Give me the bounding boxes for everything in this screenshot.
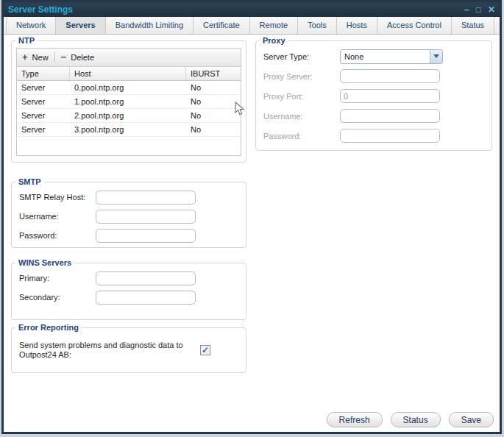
error-reporting-checkbox[interactable]: ✓ bbox=[200, 345, 210, 355]
wins-legend: WINS Servers bbox=[15, 258, 74, 267]
smtp-username-field[interactable] bbox=[96, 210, 196, 224]
tab-management[interactable]: Management bbox=[494, 17, 504, 34]
table-row[interactable]: Server 2.pool.ntp.org No bbox=[17, 109, 241, 123]
smtp-legend: SMTP bbox=[15, 177, 44, 186]
column-header-host[interactable]: Host bbox=[70, 67, 186, 80]
error-reporting-text: Send system problems and diagnostic data… bbox=[19, 341, 190, 360]
wins-section: WINS Servers Primary: Secondary: bbox=[11, 258, 246, 320]
tab-status[interactable]: Status bbox=[452, 17, 494, 34]
footer-buttons: Refresh Status Save bbox=[327, 412, 494, 427]
smtp-relay-host-field[interactable] bbox=[96, 191, 196, 205]
wins-secondary-label: Secondary: bbox=[19, 293, 96, 302]
window-title: Server Settings bbox=[8, 4, 73, 15]
server-type-select[interactable]: None bbox=[340, 49, 443, 64]
proxy-username-label: Username: bbox=[263, 112, 340, 121]
table-row[interactable]: Server 3.pool.ntp.org No bbox=[17, 123, 241, 137]
wins-primary-label: Primary: bbox=[19, 274, 96, 283]
smtp-relay-host-label: SMTP Relay Host: bbox=[19, 193, 96, 202]
cell-iburst: No bbox=[186, 81, 241, 94]
status-button[interactable]: Status bbox=[391, 412, 441, 427]
proxy-section: Proxy Server Type: None Proxy Server: Pr… bbox=[255, 36, 492, 151]
servers-tab-content: NTP + New − Delete Type Host IBUR bbox=[4, 35, 500, 432]
cell-iburst: No bbox=[186, 95, 241, 108]
tab-certificate[interactable]: Certificate bbox=[194, 17, 250, 34]
wins-secondary-field[interactable] bbox=[96, 291, 196, 305]
cell-host: 1.pool.ntp.org bbox=[70, 95, 186, 108]
table-row[interactable]: Server 1.pool.ntp.org No bbox=[17, 95, 241, 109]
column-header-iburst[interactable]: IBURST bbox=[186, 67, 241, 80]
server-type-value: None bbox=[341, 52, 430, 61]
minimize-icon[interactable]: – bbox=[464, 4, 469, 15]
ntp-table-header: Type Host IBURST bbox=[17, 67, 241, 81]
proxy-port-field[interactable] bbox=[340, 89, 440, 103]
minus-icon: − bbox=[61, 53, 67, 62]
tab-servers[interactable]: Servers bbox=[56, 17, 105, 34]
tab-strip: Network Servers Bandwidth Limiting Certi… bbox=[4, 17, 500, 35]
smtp-section: SMTP SMTP Relay Host: Username: Password… bbox=[11, 177, 246, 248]
proxy-password-label: Password: bbox=[263, 132, 340, 141]
delete-button-label: Delete bbox=[71, 53, 94, 62]
ntp-section: NTP + New − Delete Type Host IBUR bbox=[11, 36, 246, 163]
smtp-password-field[interactable] bbox=[96, 229, 196, 243]
error-reporting-legend: Error Reporting bbox=[15, 323, 82, 332]
tab-bandwidth-limiting[interactable]: Bandwidth Limiting bbox=[106, 17, 194, 34]
smtp-username-label: Username: bbox=[19, 212, 96, 221]
window-controls: – □ ✕ bbox=[464, 4, 495, 15]
smtp-password-label: Password: bbox=[19, 231, 96, 240]
cell-type: Server bbox=[17, 81, 70, 94]
column-header-type[interactable]: Type bbox=[17, 67, 70, 80]
new-button-label: New bbox=[32, 53, 49, 62]
combo-arrow-button[interactable] bbox=[430, 50, 442, 63]
error-reporting-section: Error Reporting Send system problems and… bbox=[11, 323, 246, 373]
ntp-toolbar: + New − Delete bbox=[17, 49, 241, 67]
cell-host: 0.pool.ntp.org bbox=[70, 81, 186, 94]
close-icon[interactable]: ✕ bbox=[488, 4, 495, 15]
plus-icon: + bbox=[22, 53, 28, 62]
maximize-icon[interactable]: □ bbox=[476, 4, 481, 15]
proxy-password-field[interactable] bbox=[340, 129, 440, 143]
toolbar-separator bbox=[54, 52, 55, 63]
ntp-legend: NTP bbox=[15, 36, 38, 45]
cell-iburst: No bbox=[186, 109, 241, 122]
table-row[interactable]: Server 0.pool.ntp.org No bbox=[17, 81, 241, 95]
tab-hosts[interactable]: Hosts bbox=[337, 17, 377, 34]
titlebar: Server Settings – □ ✕ bbox=[4, 2, 500, 17]
cell-type: Server bbox=[17, 95, 70, 108]
wins-primary-field[interactable] bbox=[96, 271, 196, 285]
server-type-label: Server Type: bbox=[263, 52, 340, 61]
proxy-server-field[interactable] bbox=[340, 69, 440, 83]
cell-host: 3.pool.ntp.org bbox=[70, 123, 186, 136]
proxy-server-label: Proxy Server: bbox=[263, 72, 340, 81]
proxy-username-field[interactable] bbox=[340, 109, 440, 123]
tab-tools[interactable]: Tools bbox=[298, 17, 337, 34]
refresh-button[interactable]: Refresh bbox=[327, 412, 383, 427]
delete-button[interactable]: − Delete bbox=[61, 53, 94, 62]
ntp-grid-panel: + New − Delete Type Host IBURST Server bbox=[16, 48, 241, 156]
save-button[interactable]: Save bbox=[449, 412, 494, 427]
new-button[interactable]: + New bbox=[22, 53, 49, 62]
server-settings-window: Server Settings – □ ✕ Network Servers Ba… bbox=[1, 0, 502, 434]
cell-type: Server bbox=[17, 123, 70, 136]
cell-type: Server bbox=[17, 109, 70, 122]
cell-iburst: No bbox=[186, 123, 241, 136]
tab-network[interactable]: Network bbox=[6, 17, 56, 34]
check-icon: ✓ bbox=[202, 346, 209, 355]
tab-remote[interactable]: Remote bbox=[250, 17, 299, 34]
proxy-legend: Proxy bbox=[260, 36, 288, 45]
proxy-port-label: Proxy Port: bbox=[263, 92, 340, 101]
chevron-down-icon bbox=[433, 54, 439, 58]
cell-host: 2.pool.ntp.org bbox=[70, 109, 186, 122]
tab-access-control[interactable]: Access Control bbox=[377, 17, 452, 34]
